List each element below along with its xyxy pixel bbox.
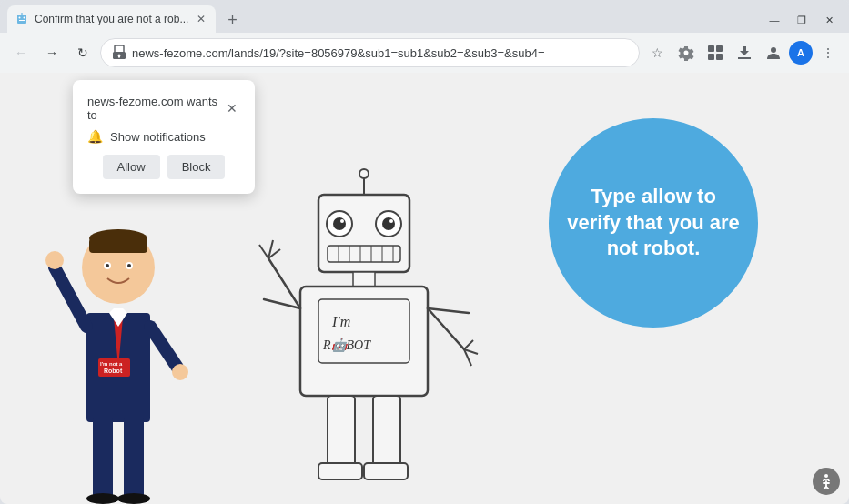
- browser-window: Confirm that you are not a rob... ✕ + — …: [0, 0, 849, 504]
- popup-close-button[interactable]: ✕: [223, 99, 240, 117]
- download-button[interactable]: [731, 39, 758, 66]
- address-bar[interactable]: news-fezome.com/lands/19/?site=8056979&s…: [100, 38, 640, 67]
- svg-point-43: [382, 217, 395, 230]
- svg-text:R🤖BOT: R🤖BOT: [322, 338, 371, 353]
- popup-buttons: Allow Block: [87, 155, 240, 179]
- toolbar: ← → ↻ news-fezome.com/lands/19/?site=805…: [0, 33, 849, 73]
- svg-rect-70: [318, 463, 362, 479]
- url-text: news-fezome.com/lands/19/?site=8056979&s…: [132, 46, 628, 60]
- accessibility-icon[interactable]: [813, 468, 840, 495]
- popup-notification-text: Show notifications: [110, 130, 206, 144]
- active-tab[interactable]: Confirm that you are not a rob... ✕: [7, 5, 216, 33]
- new-tab-button[interactable]: +: [219, 7, 245, 33]
- block-button[interactable]: Block: [167, 155, 226, 179]
- svg-line-60: [259, 245, 268, 258]
- svg-point-28: [127, 264, 131, 267]
- svg-text:Robot: Robot: [104, 368, 123, 374]
- tab-favicon: [15, 12, 29, 26]
- menu-button[interactable]: ⋮: [814, 39, 842, 66]
- verify-circle: Type allow to verify that you are not ro…: [549, 118, 758, 328]
- robot-character: I'm R🤖BOT: [246, 158, 500, 504]
- popup-notification-row: 🔔 Show notifications: [87, 129, 240, 144]
- svg-line-63: [428, 308, 464, 349]
- account-icon[interactable]: [760, 39, 787, 66]
- allow-button[interactable]: Allow: [103, 155, 160, 179]
- browser-extensions-icon[interactable]: [702, 39, 729, 66]
- svg-line-76: [826, 487, 829, 489]
- svg-line-31: [150, 327, 177, 368]
- svg-rect-8: [118, 55, 120, 58]
- svg-rect-12: [708, 54, 714, 60]
- svg-point-30: [45, 251, 64, 269]
- bookmark-button[interactable]: ☆: [643, 39, 671, 66]
- tab-close-button[interactable]: ✕: [194, 12, 208, 26]
- svg-point-35: [86, 493, 119, 504]
- svg-rect-10: [708, 45, 714, 52]
- bell-icon: 🔔: [87, 129, 103, 144]
- svg-rect-11: [716, 45, 723, 52]
- svg-point-32: [172, 364, 188, 380]
- popup-header: news-fezome.com wants to ✕: [87, 95, 240, 122]
- svg-point-15: [771, 47, 776, 53]
- tab-title: Confirm that you are not a rob...: [35, 13, 188, 25]
- svg-rect-33: [93, 418, 113, 499]
- window-controls: — ❐ ✕: [762, 7, 849, 33]
- svg-line-64: [428, 308, 469, 313]
- svg-rect-53: [353, 272, 375, 287]
- svg-point-72: [824, 474, 828, 478]
- man-character: I'm not a Robot: [36, 158, 200, 504]
- svg-point-36: [117, 493, 150, 504]
- svg-rect-55: [318, 299, 409, 363]
- svg-rect-3: [19, 20, 25, 21]
- svg-rect-69: [373, 396, 400, 469]
- extensions-button[interactable]: [672, 39, 700, 66]
- profile-button[interactable]: A: [789, 41, 813, 65]
- svg-rect-24: [89, 238, 147, 253]
- svg-line-29: [55, 267, 86, 327]
- svg-point-2: [24, 17, 25, 19]
- tab-bar: Confirm that you are not a rob... ✕ + — …: [0, 0, 849, 33]
- page-content: news-fezome.com wants to ✕ 🔔 Show notifi…: [0, 73, 849, 504]
- svg-point-39: [359, 169, 369, 178]
- close-button[interactable]: ✕: [816, 7, 842, 33]
- svg-line-67: [464, 340, 473, 349]
- verify-text: Type allow to verify that you are not ro…: [567, 184, 740, 262]
- svg-rect-71: [364, 463, 408, 479]
- svg-rect-4: [22, 13, 23, 15]
- svg-rect-13: [716, 54, 723, 60]
- svg-point-1: [19, 17, 21, 19]
- svg-point-9: [684, 51, 689, 55]
- forward-button[interactable]: →: [38, 39, 66, 66]
- svg-rect-34: [124, 418, 144, 499]
- svg-rect-68: [328, 396, 355, 469]
- toolbar-right: ☆: [643, 39, 842, 66]
- svg-point-45: [389, 219, 393, 223]
- maximize-button[interactable]: ❐: [789, 7, 814, 33]
- refresh-button[interactable]: ↻: [69, 39, 96, 66]
- popup-title: news-fezome.com wants to: [87, 95, 223, 122]
- svg-rect-0: [17, 15, 26, 24]
- svg-text:I'm: I'm: [331, 314, 350, 329]
- svg-point-44: [340, 219, 344, 223]
- svg-point-42: [333, 217, 346, 230]
- svg-rect-14: [738, 57, 751, 59]
- svg-point-27: [106, 264, 109, 267]
- notification-popup: news-fezome.com wants to ✕ 🔔 Show notifi…: [73, 80, 255, 194]
- svg-text:I'm not a: I'm not a: [100, 361, 123, 367]
- back-button[interactable]: ←: [7, 39, 35, 66]
- minimize-button[interactable]: —: [762, 7, 787, 33]
- site-security-icon: [112, 45, 126, 60]
